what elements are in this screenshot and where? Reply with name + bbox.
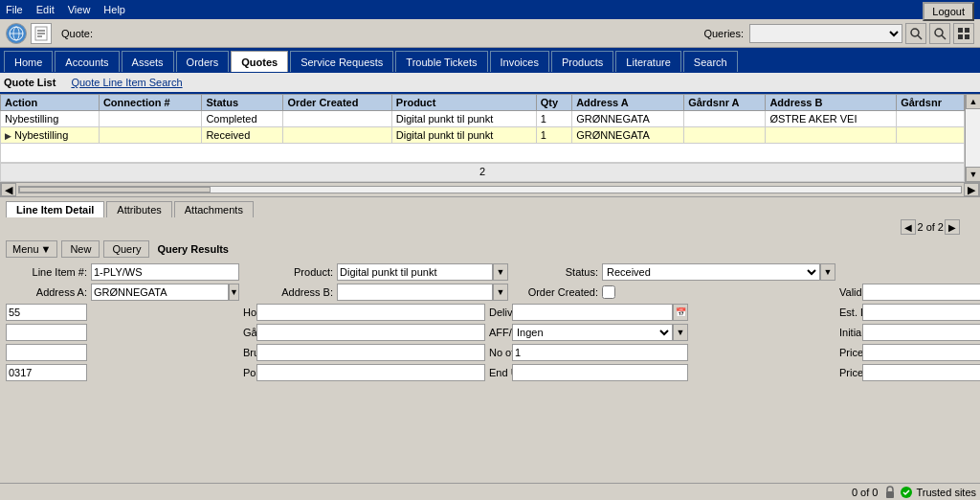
lock-icon [883, 486, 897, 499]
expand-arrow-icon[interactable]: ▶ [5, 131, 11, 141]
scroll-down-arrow[interactable]: ▼ [966, 167, 980, 182]
valid-until-input[interactable] [862, 284, 980, 301]
col-action: Action [1, 95, 100, 111]
tab-orders[interactable]: Orders [176, 51, 230, 72]
detail-tab-line-item[interactable]: Line Item Detail [6, 201, 104, 217]
table-scroll-area: Action Connection # Status Order Created… [0, 94, 965, 182]
aff-sr-dropdown-button[interactable]: ▼ [673, 324, 688, 341]
product-dropdown-button[interactable]: ▼ [493, 263, 508, 281]
postal-no-b-input[interactable] [256, 364, 485, 381]
svg-rect-13 [958, 34, 963, 39]
order-created-label: Order Created: [512, 286, 598, 298]
col-address-a: Address A [572, 95, 684, 111]
delivery-date-calendar-button[interactable]: 📅 [673, 304, 688, 321]
product-input[interactable] [337, 263, 493, 281]
aff-sr-select[interactable]: Ingen [512, 324, 673, 341]
sub-tab-quote-list[interactable]: Quote List [4, 77, 56, 88]
postal-no-b-label: Postal No B: [243, 367, 253, 378]
pag-prev-button[interactable]: ◀ [901, 219, 916, 235]
svg-rect-11 [958, 28, 963, 33]
logout-button[interactable]: Logout [923, 2, 974, 21]
valid-until-field: 📅 [862, 284, 980, 301]
detail-tab-attributes[interactable]: Attributes [106, 201, 171, 217]
globe-icon[interactable] [6, 23, 27, 44]
table-hscrollbar[interactable]: ◀ ▶ [0, 182, 980, 197]
address-b-input[interactable] [337, 284, 493, 301]
cell-gardsnr-a [684, 127, 766, 144]
address-b-dropdown-button[interactable]: ▼ [493, 284, 508, 301]
form-grid: Line Item #: Product: ▼ Status: Received… [6, 263, 974, 381]
end-user-input[interactable] [512, 364, 688, 381]
address-a-dropdown-button[interactable]: ▼ [229, 284, 239, 301]
house-no-b-label: House No B: [243, 307, 253, 318]
address-b-field: ▼ [337, 284, 508, 301]
bruksnr-a-input[interactable] [6, 344, 87, 361]
menu-bar: File Edit View Help Logout [0, 0, 980, 19]
cell-qty: 1 [536, 111, 571, 127]
detail-tab-attachments[interactable]: Attachments [174, 201, 254, 217]
postal-no-a-input[interactable] [6, 364, 87, 381]
new-button[interactable]: New [61, 240, 100, 258]
price-mo-input[interactable] [862, 344, 980, 361]
aff-sr-field: Ingen ▼ [512, 324, 688, 341]
hscroll-left-arrow[interactable]: ◀ [1, 183, 16, 196]
tab-invoices[interactable]: Invoices [490, 51, 549, 72]
tab-home[interactable]: Home [4, 51, 53, 72]
tab-quotes[interactable]: Quotes [231, 51, 288, 72]
order-created-checkbox[interactable] [602, 285, 615, 299]
col-order-created: Order Created [283, 95, 391, 111]
delivery-date-label: Delivery Date: [489, 307, 508, 318]
status-dropdown-button[interactable]: ▼ [820, 263, 835, 281]
queries-select[interactable] [749, 24, 902, 43]
pag-next-button[interactable]: ▶ [945, 219, 960, 235]
status-select[interactable]: Received [602, 263, 820, 281]
cell-connection [99, 111, 202, 127]
menu-file[interactable]: File [6, 4, 23, 15]
svg-rect-12 [965, 28, 969, 33]
est-delivery-input[interactable] [862, 304, 980, 321]
line-item-input[interactable] [91, 263, 239, 281]
tab-literature[interactable]: Literature [615, 51, 680, 72]
menu-button[interactable]: Menu ▼ [6, 240, 57, 258]
sub-tab-quote-line-item-search[interactable]: Quote Line Item Search [71, 77, 182, 88]
tab-products[interactable]: Products [551, 51, 613, 72]
detail-tabs-bar: Line Item Detail Attributes Attachments [0, 197, 980, 217]
delivery-date-input[interactable] [512, 304, 673, 321]
tab-accounts[interactable]: Accounts [55, 51, 119, 72]
table-pagination: 2 [0, 163, 965, 182]
tab-service-requests[interactable]: Service Requests [290, 51, 393, 72]
tab-assets[interactable]: Assets [122, 51, 174, 72]
price-mo-2yr-input[interactable] [862, 364, 980, 381]
initial-price-input[interactable] [862, 324, 980, 341]
gardsnr-a-input[interactable] [6, 324, 87, 341]
bruksnr-b-input[interactable] [256, 344, 485, 361]
menu-help[interactable]: Help [103, 4, 125, 15]
tab-search[interactable]: Search [683, 51, 738, 72]
cell-action: Nybestilling [1, 111, 100, 127]
house-no-b-input[interactable] [256, 304, 485, 321]
document-icon[interactable] [31, 23, 52, 44]
search-button-2[interactable] [929, 23, 950, 44]
search-button-1[interactable] [905, 23, 926, 44]
query-button[interactable]: Query [103, 240, 149, 258]
tab-trouble-tickets[interactable]: Trouble Tickets [395, 51, 487, 72]
address-a-label: Address A: [6, 286, 87, 298]
scroll-up-arrow[interactable]: ▲ [966, 94, 980, 109]
hscroll-thumb[interactable] [19, 187, 211, 193]
detail-pagination: ◀ 2 of 2 ▶ [0, 217, 980, 237]
scroll-track [966, 109, 980, 167]
table-row[interactable]: Nybestilling Completed Digital punkt til… [1, 111, 965, 127]
menu-edit[interactable]: Edit [36, 4, 55, 15]
no-fiber-pairs-input[interactable] [512, 344, 688, 361]
main-table: Action Connection # Status Order Created… [0, 94, 965, 163]
house-no-a-input[interactable] [6, 304, 87, 321]
hscroll-right-arrow[interactable]: ▶ [964, 183, 979, 196]
table-row[interactable]: ▶ Nybestilling Received Digital punkt ti… [1, 127, 965, 144]
quote-label: Quote: [61, 28, 93, 39]
menu-view[interactable]: View [68, 4, 91, 15]
svg-rect-15 [886, 491, 894, 498]
gardsnr-b-input[interactable] [256, 324, 485, 341]
grid-icon[interactable] [953, 23, 974, 44]
address-a-input[interactable] [91, 284, 229, 301]
table-vscrollbar[interactable]: ▲ ▼ [965, 94, 980, 182]
